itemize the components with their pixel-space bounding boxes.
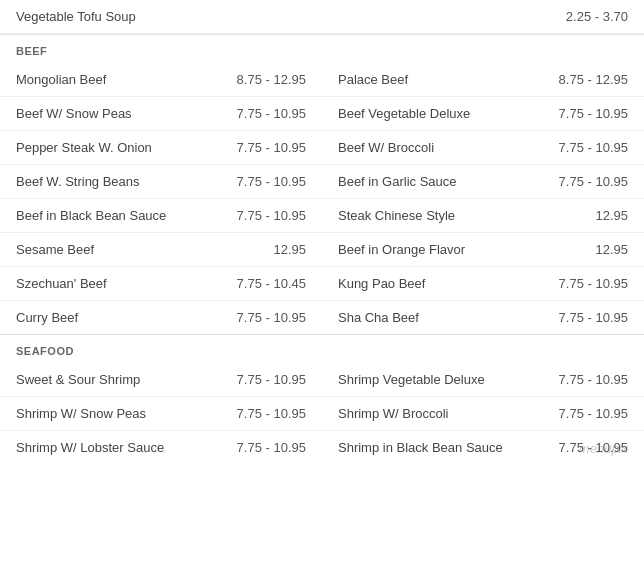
right-item-name: Shrimp in Black Bean Sauce <box>322 431 536 465</box>
right-item-price: 7.75 - 10.95 <box>536 363 644 397</box>
left-item-name: Pepper Steak W. Onion <box>0 131 214 165</box>
seafood-header: SEAFOOD <box>0 335 644 363</box>
right-item-name: Shrimp W/ Broccoli <box>322 397 536 431</box>
left-item-price: 7.75 - 10.95 <box>214 431 322 465</box>
right-item-name: Steak Chinese Style <box>322 199 536 233</box>
left-item-price: 7.75 - 10.95 <box>214 301 322 335</box>
right-item-name: Beef Vegetable Deluxe <box>322 97 536 131</box>
left-item-name: Sesame Beef <box>0 233 214 267</box>
seafood-section: SEAFOOD Sweet & Sour Shrimp 7.75 - 10.95… <box>0 335 644 464</box>
seafood-table: Sweet & Sour Shrimp 7.75 - 10.95 Shrimp … <box>0 363 644 464</box>
left-item-name: Mongolian Beef <box>0 63 214 97</box>
right-item-price: 7.75 - 10.95 <box>536 397 644 431</box>
right-item-name: Palace Beef <box>322 63 536 97</box>
left-item-price: 7.75 - 10.95 <box>214 199 322 233</box>
table-row: Beef W/ Snow Peas 7.75 - 10.95 Beef Vege… <box>0 97 644 131</box>
table-row: Pepper Steak W. Onion 7.75 - 10.95 Beef … <box>0 131 644 165</box>
left-item-name: Beef in Black Bean Sauce <box>0 199 214 233</box>
right-item-price: 7.75 - 10.95 <box>536 97 644 131</box>
table-row: Shrimp W/ Snow Peas 7.75 - 10.95 Shrimp … <box>0 397 644 431</box>
left-item-name: Beef W. String Beans <box>0 165 214 199</box>
right-item-name: Beef in Orange Flavor <box>322 233 536 267</box>
left-item-name: Shrimp W/ Snow Peas <box>0 397 214 431</box>
right-item-price: 7.75 - 10.95 <box>536 165 644 199</box>
right-item-price: 8.75 - 12.95 <box>536 63 644 97</box>
right-item-price: 7.75 - 10.95 <box>536 301 644 335</box>
left-item-name: Beef W/ Snow Peas <box>0 97 214 131</box>
table-row: Beef W. String Beans 7.75 - 10.95 Beef i… <box>0 165 644 199</box>
left-item-price: 7.75 - 10.95 <box>214 97 322 131</box>
right-item-price: 7.75 - 10.95 <box>536 131 644 165</box>
beef-header: BEEF <box>0 35 644 63</box>
right-item-price: 7.75 - 10.95 <box>536 267 644 301</box>
top-item-name: Vegetable Tofu Soup <box>16 9 506 24</box>
left-item-price: 8.75 - 12.95 <box>214 63 322 97</box>
left-item-price: 7.75 - 10.95 <box>214 397 322 431</box>
watermark-text: menupix <box>579 441 628 456</box>
right-item-name: Beef W/ Broccoli <box>322 131 536 165</box>
table-row: Shrimp W/ Lobster Sauce 7.75 - 10.95 Shr… <box>0 431 644 465</box>
right-item-name: Shrimp Vegetable Deluxe <box>322 363 536 397</box>
left-item-price: 7.75 - 10.95 <box>214 363 322 397</box>
table-row: Curry Beef 7.75 - 10.95 Sha Cha Beef 7.7… <box>0 301 644 335</box>
beef-table: Mongolian Beef 8.75 - 12.95 Palace Beef … <box>0 63 644 334</box>
left-item-name: Szechuan' Beef <box>0 267 214 301</box>
table-row: Mongolian Beef 8.75 - 12.95 Palace Beef … <box>0 63 644 97</box>
table-row: Beef in Black Bean Sauce 7.75 - 10.95 St… <box>0 199 644 233</box>
left-item-name: Shrimp W/ Lobster Sauce <box>0 431 214 465</box>
left-item-price: 12.95 <box>214 233 322 267</box>
right-item-name: Beef in Garlic Sauce <box>322 165 536 199</box>
left-item-name: Curry Beef <box>0 301 214 335</box>
right-item-name: Kung Pao Beef <box>322 267 536 301</box>
table-row: Sesame Beef 12.95 Beef in Orange Flavor … <box>0 233 644 267</box>
left-item-price: 7.75 - 10.95 <box>214 131 322 165</box>
right-item-price: 12.95 <box>536 233 644 267</box>
table-row: Sweet & Sour Shrimp 7.75 - 10.95 Shrimp … <box>0 363 644 397</box>
right-item-price: 12.95 <box>536 199 644 233</box>
top-item-price: 2.25 - 3.70 <box>566 9 628 24</box>
left-item-name: Sweet & Sour Shrimp <box>0 363 214 397</box>
top-item-row: Vegetable Tofu Soup 2.25 - 3.70 <box>0 0 644 34</box>
left-item-price: 7.75 - 10.45 <box>214 267 322 301</box>
left-item-price: 7.75 - 10.95 <box>214 165 322 199</box>
table-row: Szechuan' Beef 7.75 - 10.45 Kung Pao Bee… <box>0 267 644 301</box>
beef-section: BEEF Mongolian Beef 8.75 - 12.95 Palace … <box>0 35 644 334</box>
right-item-name: Sha Cha Beef <box>322 301 536 335</box>
